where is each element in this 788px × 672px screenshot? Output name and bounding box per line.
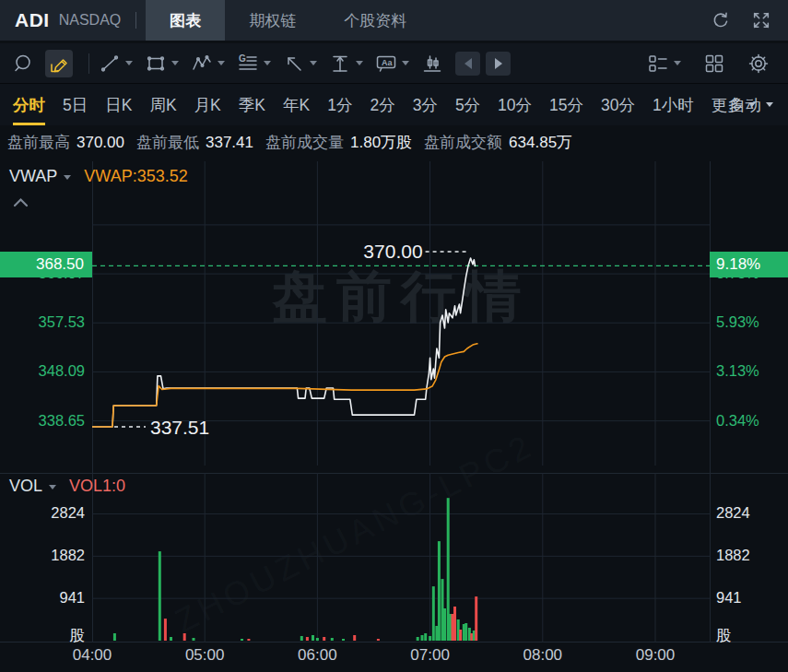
stat-label: 盘前成交额 — [424, 134, 502, 151]
timeframe-3[interactable]: 日K — [105, 84, 132, 125]
timeframe-12[interactable]: 10分 — [498, 84, 532, 125]
drawing-toolbar: G Aa — [0, 43, 788, 84]
current-change-badge: 9.18% — [710, 252, 788, 277]
expand-icon[interactable] — [751, 10, 771, 30]
vwap-value: VWAP:353.52 — [84, 167, 187, 186]
refresh-icon[interactable] — [711, 10, 731, 30]
price-chart-plot[interactable]: 370.00337.51 — [92, 161, 710, 466]
volume-unit-right: 股 — [716, 626, 732, 646]
stat-label: 盘前最高 — [7, 134, 70, 151]
volume-chart-plot[interactable] — [92, 473, 710, 643]
price-axis-label: 348.09 — [0, 362, 85, 380]
timeframe-items: 分时5日日K周K月K季K年K1分2分3分5分10分15分30分1小时更多 — [13, 84, 773, 125]
vol-label: VOL — [9, 477, 42, 496]
timeframe-2[interactable]: 5日 — [63, 84, 88, 125]
stat-1: 盘前最高370.00 — [7, 132, 124, 153]
price-axis-label: 338.65 — [0, 412, 85, 430]
chevron-down-icon — [125, 61, 133, 65]
volume-axis-label: 941 — [0, 589, 85, 607]
gann-lines-tool-button[interactable]: G — [237, 53, 271, 75]
chevron-down-icon — [766, 102, 773, 107]
layout-grid-button[interactable] — [703, 53, 725, 75]
settings-button[interactable] — [747, 53, 770, 75]
timeframe-9[interactable]: 2分 — [370, 84, 394, 125]
timeframe-8[interactable]: 1分 — [327, 84, 352, 125]
volume-axis-label: 941 — [716, 589, 742, 607]
time-tick-label: 05:00 — [177, 646, 232, 665]
stat-value: 370.00 — [76, 134, 124, 151]
measure-tool-button[interactable] — [329, 53, 363, 75]
exchange-label: NASDAQ — [59, 12, 122, 29]
draw-tool-button[interactable] — [45, 50, 73, 77]
scale-mode-select[interactable]: 自动 — [729, 84, 773, 125]
symbol-header: ADI NASDAQ — [0, 0, 136, 41]
volume-unit-left: 股 — [0, 626, 85, 646]
timeframe-11[interactable]: 5分 — [455, 84, 480, 125]
left-arrow-icon — [465, 58, 472, 69]
current-price-badge: 368.50 — [0, 252, 92, 277]
stat-value: 634.85万 — [509, 134, 572, 151]
stat-value: 337.41 — [206, 134, 253, 151]
low-price-annotation: 337.51 — [150, 417, 209, 438]
stat-2: 盘前最低337.41 — [136, 132, 253, 153]
percent-axis-label: 3.13% — [716, 362, 759, 380]
price-axis-label: 357.53 — [0, 313, 85, 331]
scale-mode-label: 自动 — [729, 94, 761, 116]
timeframe-15[interactable]: 1小时 — [653, 84, 694, 125]
rectangle-tool-button[interactable] — [145, 53, 179, 75]
timeframe-1[interactable]: 分时 — [13, 84, 45, 125]
divider — [88, 53, 89, 74]
gear-icon — [747, 53, 770, 75]
toolbar-right-group — [647, 53, 777, 75]
volume-axis-label: 2824 — [716, 504, 750, 522]
tab-1[interactable]: 图表 — [146, 0, 225, 41]
timeframe-bar: 分时5日日K周K月K季K年K1分2分3分5分10分15分30分1小时更多 自动 — [0, 84, 788, 125]
timeframe-13[interactable]: 15分 — [549, 84, 583, 125]
object-list-button[interactable] — [647, 53, 681, 75]
top-tabs: 图表期权链个股资料 — [146, 0, 430, 41]
trend-line-tool-button[interactable] — [99, 53, 133, 75]
right-arrow-icon — [495, 58, 502, 69]
plot-right-border — [710, 161, 711, 643]
wave-tool-button[interactable] — [191, 53, 225, 75]
timeframe-5[interactable]: 月K — [194, 84, 221, 125]
collapse-pane-chevron[interactable] — [12, 196, 29, 208]
volume-axis-label: 1882 — [0, 547, 85, 564]
vwap-indicator-selector[interactable]: VWAP VWAP:353.52 — [9, 167, 188, 186]
chevron-down-icon — [64, 175, 71, 180]
stat-4: 盘前成交额634.85万 — [424, 132, 572, 153]
tab-3[interactable]: 个股资料 — [320, 0, 430, 41]
stat-label: 盘前成交量 — [265, 134, 344, 151]
timeframe-4[interactable]: 周K — [149, 84, 176, 125]
timeframe-6[interactable]: 季K — [239, 84, 265, 125]
timeframe-14[interactable]: 30分 — [601, 84, 635, 125]
chevron-down-icon — [264, 61, 271, 65]
percent-axis-label: 0.34% — [716, 412, 759, 430]
chevron-down-icon — [674, 61, 681, 65]
trading-chart-app: ADI NASDAQ 图表期权链个股资料 — [0, 0, 788, 672]
time-tick-label: 06:00 — [289, 646, 345, 665]
bar-count-tool-button[interactable] — [421, 53, 443, 75]
premarket-stats-row: 盘前最高370.00盘前最低337.41盘前成交量1.80万股盘前成交额634.… — [7, 132, 584, 153]
aa-icon-label: Aa — [382, 57, 393, 66]
time-tick-label: 08:00 — [515, 646, 570, 665]
magnet-tool-button[interactable] — [11, 53, 33, 75]
stat-value: 1.80万股 — [350, 134, 412, 151]
text-annotation-tool-button[interactable]: Aa — [375, 53, 409, 75]
arrow-tool-button[interactable] — [283, 53, 317, 75]
timeframe-10[interactable]: 3分 — [413, 84, 438, 125]
timeframe-7[interactable]: 年K — [283, 84, 310, 125]
prev-drawing-button[interactable] — [455, 52, 480, 76]
chevron-down-icon — [402, 61, 409, 65]
percent-axis-label: 5.93% — [716, 313, 759, 331]
vwap-label: VWAP — [9, 167, 57, 186]
time-tick-label: 07:00 — [403, 646, 458, 665]
time-tick-label: 04:00 — [65, 646, 120, 665]
top-bar: ADI NASDAQ 图表期权链个股资料 — [0, 0, 788, 41]
vol-indicator-selector[interactable]: VOL VOL1:0 — [9, 477, 125, 496]
stock-symbol: ADI — [15, 9, 50, 31]
next-drawing-button[interactable] — [486, 52, 511, 76]
high-price-annotation: 370.00 — [363, 241, 422, 262]
vol-value: VOL1:0 — [69, 477, 125, 496]
tab-2[interactable]: 期权链 — [225, 0, 320, 41]
